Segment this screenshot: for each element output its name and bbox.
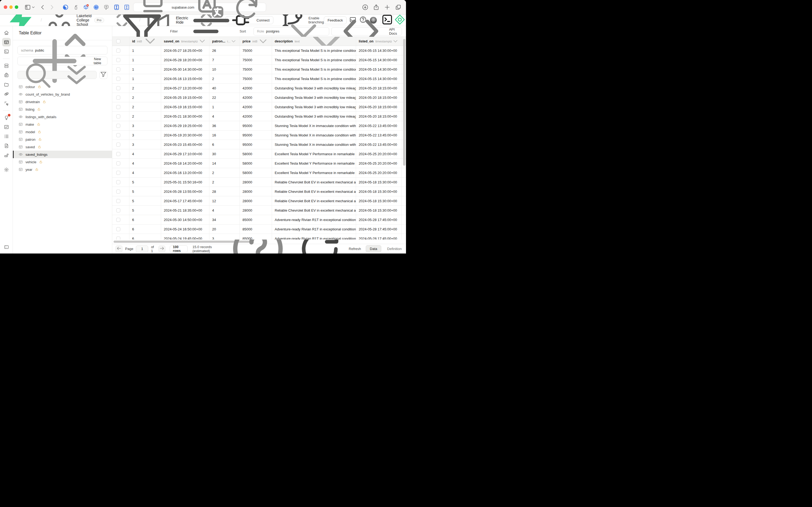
row-select-cell[interactable] bbox=[112, 168, 129, 177]
cell-patron[interactable]: 12 bbox=[210, 196, 240, 206]
package-extension-icon[interactable] bbox=[83, 4, 89, 10]
row-checkbox[interactable] bbox=[116, 86, 120, 90]
cell-listed_on[interactable]: 2024-05-18 15:30:00+00 bbox=[356, 187, 402, 196]
row-checkbox[interactable] bbox=[116, 161, 120, 165]
cell-listed_on[interactable]: 2024-05-20 18:15:00+00 bbox=[356, 112, 402, 121]
row-checkbox[interactable] bbox=[116, 67, 120, 71]
tab-data[interactable]: Data bbox=[366, 245, 381, 252]
chevron-down-icon[interactable] bbox=[198, 37, 207, 45]
table-list-item-listing[interactable]: listing bbox=[13, 106, 112, 113]
table-list-item-vehicle[interactable]: vehicle bbox=[13, 158, 112, 166]
cell-id[interactable]: 3 bbox=[129, 130, 161, 139]
column-header-saved_on[interactable]: saved_ontimestamptz bbox=[161, 37, 210, 46]
chevron-down-icon[interactable] bbox=[392, 38, 399, 45]
row-checkbox[interactable] bbox=[116, 105, 120, 109]
cell-price[interactable]: 95000 bbox=[240, 121, 272, 130]
cell-price[interactable]: 75000 bbox=[240, 46, 272, 55]
cell-saved_on[interactable]: 2024-05-23 15:45:00+00 bbox=[161, 140, 210, 149]
back-button[interactable] bbox=[39, 4, 46, 11]
cell-id[interactable]: 2 bbox=[129, 102, 161, 111]
rail-item-authentication[interactable] bbox=[2, 71, 11, 79]
cell-description[interactable]: This exceptional Tesla Model S is in pri… bbox=[272, 55, 356, 64]
cell-id[interactable]: 3 bbox=[129, 140, 161, 149]
handset-extension-icon[interactable] bbox=[103, 4, 110, 10]
cell-saved_on[interactable]: 2024-05-29 19:25:00+00 bbox=[161, 121, 210, 130]
table-list-item-listings_with_details[interactable]: listings_with_details bbox=[13, 113, 112, 121]
rail-item-database[interactable] bbox=[2, 61, 11, 70]
cell-description[interactable]: Stunning Tesla Model X in immaculate con… bbox=[272, 121, 356, 130]
rail-item-api-docs[interactable] bbox=[2, 142, 11, 150]
scrollbar-thumb[interactable] bbox=[403, 39, 405, 166]
cell-saved_on[interactable]: 2024-05-27 13:20:00+00 bbox=[161, 83, 210, 93]
cell-price[interactable]: 58000 bbox=[240, 168, 272, 177]
cell-id[interactable]: 2 bbox=[129, 83, 161, 93]
rail-item-advisors[interactable] bbox=[2, 113, 11, 122]
row-checkbox[interactable] bbox=[116, 171, 120, 175]
row-checkbox[interactable] bbox=[116, 49, 120, 53]
cell-price[interactable]: 58000 bbox=[240, 159, 272, 168]
rail-item-realtime[interactable] bbox=[2, 99, 11, 108]
cell-saved_on[interactable]: 2024-05-29 17:10:00+00 bbox=[161, 149, 210, 158]
row-select-cell[interactable] bbox=[112, 83, 129, 93]
cell-price[interactable]: 75000 bbox=[240, 74, 272, 83]
rail-item-edge-functions[interactable] bbox=[2, 90, 11, 98]
previous-page-button[interactable] bbox=[115, 245, 122, 252]
cell-patron[interactable]: 16 bbox=[210, 130, 240, 139]
cell-price[interactable]: 58000 bbox=[240, 149, 272, 158]
cell-id[interactable]: 6 bbox=[129, 215, 161, 224]
cell-id[interactable]: 4 bbox=[129, 168, 161, 177]
cell-id[interactable]: 1 bbox=[129, 65, 161, 74]
cell-id[interactable]: 1 bbox=[129, 55, 161, 64]
cell-id[interactable]: 4 bbox=[129, 149, 161, 158]
role-select[interactable]: Role postgres bbox=[253, 27, 329, 36]
cell-saved_on[interactable]: 2024-05-19 16:15:00+00 bbox=[161, 102, 210, 111]
tab-overview-button[interactable] bbox=[395, 4, 402, 11]
cell-description[interactable]: Excellent Tesla Model Y Performance in r… bbox=[272, 159, 356, 168]
cell-saved_on[interactable]: 2024-05-18 14:20:00+00 bbox=[161, 159, 210, 168]
cell-patron[interactable]: 7 bbox=[210, 55, 240, 64]
cell-listed_on[interactable]: 2024-05-28 17:45:00+00 bbox=[356, 225, 402, 234]
cell-price[interactable]: 95000 bbox=[240, 140, 272, 149]
cell-price[interactable]: 28000 bbox=[240, 196, 272, 206]
table-list-item-drivetrain[interactable]: drivetrain bbox=[13, 98, 112, 106]
row-checkbox[interactable] bbox=[116, 77, 120, 81]
cell-saved_on[interactable]: 2024-05-28 13:55:00+00 bbox=[161, 187, 210, 196]
table-list-item-colour[interactable]: colour bbox=[13, 83, 112, 91]
cell-listed_on[interactable]: 2024-05-22 13:45:00+00 bbox=[356, 121, 402, 130]
cell-listed_on[interactable]: 2024-05-20 18:15:00+00 bbox=[356, 102, 402, 111]
cell-patron[interactable]: 26 bbox=[210, 46, 240, 55]
cell-patron[interactable]: 28 bbox=[210, 187, 240, 196]
cell-id[interactable]: 6 bbox=[129, 225, 161, 234]
table-filter-button[interactable] bbox=[99, 71, 107, 79]
row-checkbox[interactable] bbox=[116, 227, 120, 231]
cell-id[interactable]: 5 bbox=[129, 187, 161, 196]
forward-button[interactable] bbox=[48, 4, 55, 11]
cell-price[interactable]: 95000 bbox=[240, 130, 272, 139]
table-list-item-make[interactable]: make bbox=[13, 121, 112, 128]
cell-description[interactable]: Stunning Tesla Model X in immaculate con… bbox=[272, 130, 356, 139]
cell-description[interactable]: Adventure-ready Rivian R1T in exceptiona… bbox=[272, 234, 356, 239]
rail-item-integrations[interactable] bbox=[2, 151, 11, 160]
cell-listed_on[interactable]: 2024-05-22 13:45:00+00 bbox=[356, 140, 402, 149]
chevron-down-icon[interactable] bbox=[300, 37, 353, 46]
cell-patron[interactable]: 3 bbox=[210, 234, 240, 239]
vertical-scrollbar[interactable] bbox=[403, 39, 405, 166]
cell-description[interactable]: Adventure-ready Rivian R1T in exceptiona… bbox=[272, 225, 356, 234]
cell-description[interactable]: Reliable Chevrolet Bolt EV in excellent … bbox=[272, 196, 356, 206]
rows-per-page-button[interactable]: 100 rows bbox=[170, 245, 188, 252]
row-checkbox[interactable] bbox=[116, 152, 120, 156]
select-all-cell[interactable] bbox=[112, 37, 129, 46]
cell-price[interactable]: 42000 bbox=[240, 93, 272, 102]
row-select-cell[interactable] bbox=[112, 159, 129, 168]
cell-description[interactable]: Adventure-ready Rivian R1T in exceptiona… bbox=[272, 215, 356, 224]
cell-listed_on[interactable]: 2024-05-28 17:45:00+00 bbox=[356, 215, 402, 224]
row-checkbox[interactable] bbox=[116, 208, 120, 212]
row-select-cell[interactable] bbox=[112, 206, 129, 215]
cell-saved_on[interactable]: 2024-05-30 14:50:00+00 bbox=[161, 215, 210, 224]
row-select-cell[interactable] bbox=[112, 102, 129, 111]
rail-item-home[interactable] bbox=[2, 29, 11, 37]
cell-id[interactable]: 1 bbox=[129, 46, 161, 55]
chevron-down-icon[interactable] bbox=[230, 38, 237, 45]
row-checkbox[interactable] bbox=[116, 58, 120, 62]
cell-patron[interactable]: 4 bbox=[210, 112, 240, 121]
